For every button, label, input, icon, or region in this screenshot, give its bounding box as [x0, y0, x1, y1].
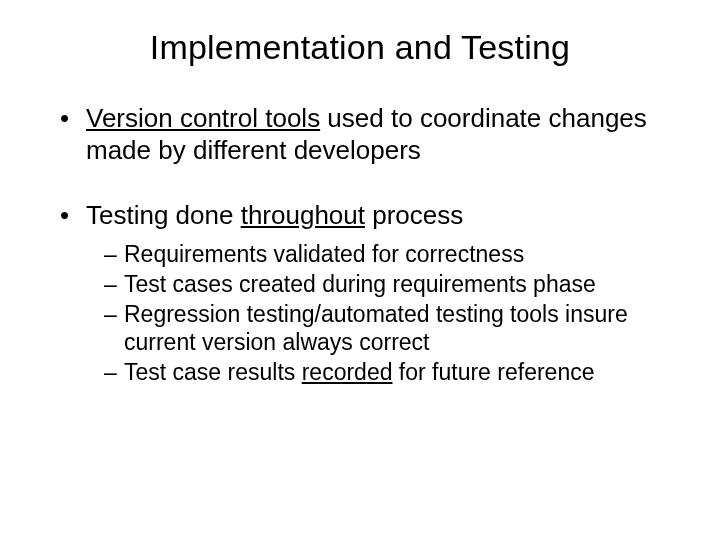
bullet-text: Testing done — [86, 200, 241, 230]
underlined-text: recorded — [302, 359, 393, 385]
bullet-list: Version control tools used to coordinate… — [50, 103, 670, 386]
sub-bullet-item: Requirements validated for correctness — [104, 240, 670, 268]
slide: Implementation and Testing Version contr… — [0, 0, 720, 540]
bullet-item: Version control tools used to coordinate… — [60, 103, 670, 166]
sub-bullet-item: Regression testing/automated testing too… — [104, 300, 670, 356]
slide-title: Implementation and Testing — [50, 28, 670, 67]
bullet-text: process — [365, 200, 463, 230]
sub-bullet-list: Requirements validated for correctness T… — [86, 240, 670, 386]
bullet-item: Testing done throughout process Requirem… — [60, 200, 670, 386]
sub-bullet-item: Test cases created during requirements p… — [104, 270, 670, 298]
sub-bullet-text: Test case results — [124, 359, 302, 385]
underlined-text: throughout — [241, 200, 365, 230]
sub-bullet-item: Test case results recorded for future re… — [104, 358, 670, 386]
sub-bullet-text: for future reference — [392, 359, 594, 385]
underlined-text: Version control tools — [86, 103, 320, 133]
